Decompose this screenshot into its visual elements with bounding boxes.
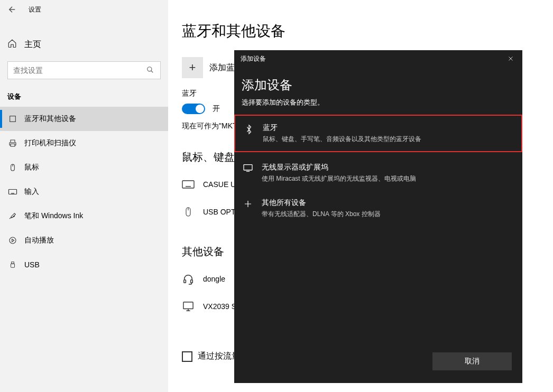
add-device-button[interactable]: +	[182, 57, 203, 78]
nav-label: 输入	[24, 187, 39, 197]
pen-icon	[7, 212, 18, 220]
mouse-icon	[182, 206, 195, 218]
svg-rect-10	[184, 280, 186, 283]
nav-typing[interactable]: 输入	[0, 180, 168, 204]
option-desc: 使用 Miracast 或无线扩展坞的无线监视器、电视或电脑	[262, 174, 515, 183]
bluetooth-toggle[interactable]	[182, 104, 205, 114]
device-name: dongle	[203, 275, 225, 283]
settings-title: 设置	[29, 5, 41, 14]
back-icon[interactable]	[7, 5, 17, 14]
toggle-state-label: 开	[213, 104, 220, 113]
option-title: 蓝牙	[263, 123, 514, 133]
option-title: 无线显示器或扩展坞	[262, 163, 515, 172]
device-name: CASUE U	[203, 180, 236, 189]
keyboard-icon	[7, 188, 18, 195]
keyboard-icon	[182, 180, 195, 189]
nav-bluetooth[interactable]: 蓝牙和其他设备	[0, 107, 168, 131]
printer-icon	[7, 139, 18, 147]
device-name: USB OPT	[203, 208, 235, 216]
home-label: 主页	[24, 39, 41, 50]
option-other[interactable]: 其他所有设备 带有无线适配器、DLNA 等的 Xbox 控制器	[234, 191, 522, 226]
cancel-button[interactable]: 取消	[432, 352, 512, 370]
nav-pen[interactable]: 笔和 Windows Ink	[0, 204, 168, 228]
bluetooth-icon	[243, 123, 255, 135]
home-icon	[7, 39, 17, 50]
page-title: 蓝牙和其他设备	[182, 21, 553, 41]
svg-rect-12	[183, 302, 193, 309]
option-desc: 带有无线适配器、DLNA 等的 Xbox 控制器	[262, 210, 515, 219]
nav-mouse[interactable]: 鼠标	[0, 155, 168, 180]
svg-rect-8	[182, 181, 194, 188]
search-input[interactable]	[13, 66, 146, 74]
headset-icon	[182, 273, 195, 285]
dialog-title: 添加设备	[234, 67, 522, 98]
checkbox-label: 通过按流量	[198, 351, 240, 362]
add-device-dialog: 添加设备 添加设备 选择要添加的设备的类型。 蓝牙 鼠标、键盘、手写笔、音频设备…	[234, 50, 522, 383]
monitor-icon	[182, 301, 195, 312]
square-icon	[7, 115, 18, 123]
metered-checkbox[interactable]	[182, 351, 192, 362]
nav-label: 打印机和扫描仪	[24, 138, 76, 148]
option-title: 其他所有设备	[262, 198, 515, 208]
nav-label: 鼠标	[24, 163, 39, 172]
option-bluetooth[interactable]: 蓝牙 鼠标、键盘、手写笔、音频设备以及其他类型的蓝牙设备	[234, 115, 522, 152]
nav-usb[interactable]: USB	[0, 253, 168, 277]
nav-printers[interactable]: 打印机和扫描仪	[0, 131, 168, 155]
svg-rect-7	[11, 264, 15, 267]
svg-point-5	[10, 237, 16, 244]
usb-icon	[7, 260, 18, 269]
search-input-container[interactable]	[7, 61, 161, 79]
nav-label: 笔和 Windows Ink	[24, 211, 83, 221]
plus-icon	[242, 198, 254, 209]
search-icon	[146, 66, 155, 74]
nav-home[interactable]: 主页	[0, 34, 168, 55]
close-icon	[508, 55, 514, 62]
svg-point-0	[148, 67, 152, 71]
nav-autoplay[interactable]: 自动播放	[0, 228, 168, 253]
svg-rect-11	[191, 280, 193, 283]
option-wireless-display[interactable]: 无线显示器或扩展坞 使用 Miracast 或无线扩展坞的无线监视器、电视或电脑	[234, 155, 522, 191]
svg-rect-6	[12, 262, 14, 264]
dialog-subtitle: 选择要添加的设备的类型。	[234, 98, 522, 115]
autoplay-icon	[7, 236, 18, 245]
svg-rect-2	[11, 144, 15, 146]
nav-label: 自动播放	[24, 236, 54, 245]
display-icon	[242, 163, 254, 172]
svg-rect-1	[10, 116, 16, 122]
option-desc: 鼠标、键盘、手写笔、音频设备以及其他类型的蓝牙设备	[263, 135, 514, 144]
svg-rect-13	[244, 165, 252, 170]
plus-icon: +	[189, 61, 196, 74]
nav-label: USB	[24, 260, 40, 269]
device-name: VX2039 S	[203, 302, 236, 311]
section-label: 设备	[0, 79, 168, 107]
mouse-icon	[7, 163, 18, 172]
nav-label: 蓝牙和其他设备	[24, 114, 76, 124]
close-button[interactable]	[505, 53, 516, 64]
dialog-header-title: 添加设备	[241, 54, 266, 63]
